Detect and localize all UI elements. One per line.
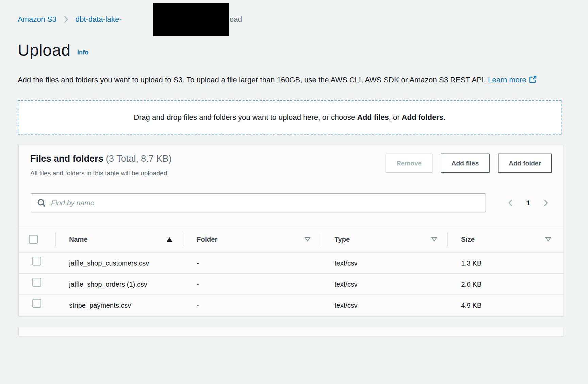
- page-header: Upload Info: [18, 41, 588, 60]
- cell-name: jaffle_shop_orders (1).csv: [55, 277, 183, 291]
- column-divider: [183, 233, 183, 246]
- dropzone-text-suffix: .: [443, 113, 445, 122]
- column-header-name[interactable]: Name: [55, 226, 183, 252]
- column-divider: [55, 233, 56, 246]
- chevron-right-icon: [542, 198, 550, 208]
- column-label: Type: [334, 236, 350, 243]
- table-row: stripe_payments.csv - text/csv 4.9 KB: [19, 295, 564, 316]
- search-icon: [37, 198, 46, 208]
- next-section-sliver: [19, 327, 564, 336]
- column-header-folder[interactable]: Folder: [183, 226, 321, 252]
- column-label: Name: [69, 236, 87, 243]
- cell-type: text/csv: [321, 277, 447, 291]
- column-label: Folder: [197, 236, 217, 243]
- sortable-triangle-down-icon: [305, 237, 311, 242]
- redacted-bucket-name: [153, 3, 229, 36]
- chevron-left-icon: [506, 198, 514, 208]
- dropzone-add-folders-label: Add folders: [402, 113, 443, 122]
- prev-page-button[interactable]: [505, 197, 516, 209]
- dropzone-text-separator: , or: [389, 113, 402, 122]
- select-all-cell: [19, 226, 55, 252]
- sortable-triangle-down-icon: [545, 237, 551, 242]
- row-select-cell: [19, 299, 55, 312]
- cell-name: jaffle_shop_customers.csv: [55, 256, 183, 270]
- search-box: [31, 193, 486, 212]
- column-divider: [321, 233, 321, 246]
- intro-paragraph: Add the files and folders you want to up…: [18, 73, 562, 87]
- cell-type: text/csv: [321, 299, 447, 312]
- row-checkbox[interactable]: [32, 257, 41, 266]
- files-panel-heading: Files and folders (3 Total, 8.7 KB) All …: [30, 154, 172, 177]
- learn-more-link[interactable]: Learn more: [488, 76, 526, 84]
- cell-size: 4.9 KB: [447, 299, 564, 312]
- cell-name: stripe_payments.csv: [55, 299, 183, 312]
- column-label: Size: [461, 236, 475, 243]
- dropzone-text-prefix: Drag and drop files and folders you want…: [134, 113, 357, 122]
- files-panel-subtitle: All files and folders in this table will…: [30, 170, 172, 177]
- cell-folder: -: [183, 299, 321, 312]
- sort-ascending-icon: [166, 237, 173, 242]
- dropzone[interactable]: Drag and drop files and folders you want…: [18, 100, 561, 134]
- table-row: jaffle_shop_customers.csv - text/csv 1.3…: [19, 253, 564, 274]
- files-table: Name Folder Type Siz: [19, 226, 564, 316]
- cell-folder: -: [183, 277, 321, 291]
- breadcrumb-link-bucket[interactable]: dbt-data-lake-: [76, 15, 122, 24]
- table-row: jaffle_shop_orders (1).csv - text/csv 2.…: [19, 274, 564, 295]
- breadcrumb-link-amazon-s3[interactable]: Amazon S3: [18, 15, 56, 24]
- files-panel-count: (3 Total, 8.7 KB): [106, 154, 172, 164]
- column-header-size[interactable]: Size: [447, 226, 564, 252]
- cell-size: 1.3 KB: [447, 256, 564, 270]
- chevron-right-icon: [63, 15, 69, 24]
- column-divider: [447, 233, 448, 246]
- files-panel: Files and folders (3 Total, 8.7 KB) All …: [19, 145, 564, 316]
- sortable-triangle-down-icon: [431, 237, 437, 242]
- next-page-button[interactable]: [540, 197, 551, 209]
- cell-size: 2.6 KB: [447, 277, 564, 291]
- page-title: Upload: [18, 41, 70, 60]
- dropzone-text: Drag and drop files and folders you want…: [134, 113, 445, 122]
- row-select-cell: [19, 256, 55, 270]
- dropzone-add-files-label: Add files: [357, 113, 389, 122]
- row-checkbox[interactable]: [32, 278, 41, 287]
- search-input[interactable]: [51, 199, 480, 207]
- pagination: 1: [505, 197, 551, 209]
- cell-folder: -: [183, 256, 321, 270]
- intro-text: Add the files and folders you want to up…: [18, 76, 486, 84]
- add-files-button[interactable]: Add files: [441, 154, 490, 173]
- info-link[interactable]: Info: [77, 49, 88, 56]
- table-header-row: Name Folder Type Siz: [19, 226, 564, 253]
- remove-button[interactable]: Remove: [386, 154, 432, 173]
- cell-type: text/csv: [321, 256, 447, 270]
- breadcrumb: Amazon S3 dbt-data-lake- Upload: [0, 0, 588, 24]
- panel-actions: Remove Add files Add folder: [386, 154, 552, 173]
- external-link-icon: [529, 75, 537, 83]
- column-header-type[interactable]: Type: [321, 226, 447, 252]
- select-all-checkbox[interactable]: [29, 235, 38, 244]
- row-select-cell: [19, 277, 55, 291]
- files-panel-title: Files and folders: [30, 154, 103, 164]
- add-folder-button[interactable]: Add folder: [498, 154, 552, 173]
- current-page-number: 1: [526, 199, 530, 207]
- row-checkbox[interactable]: [32, 299, 41, 308]
